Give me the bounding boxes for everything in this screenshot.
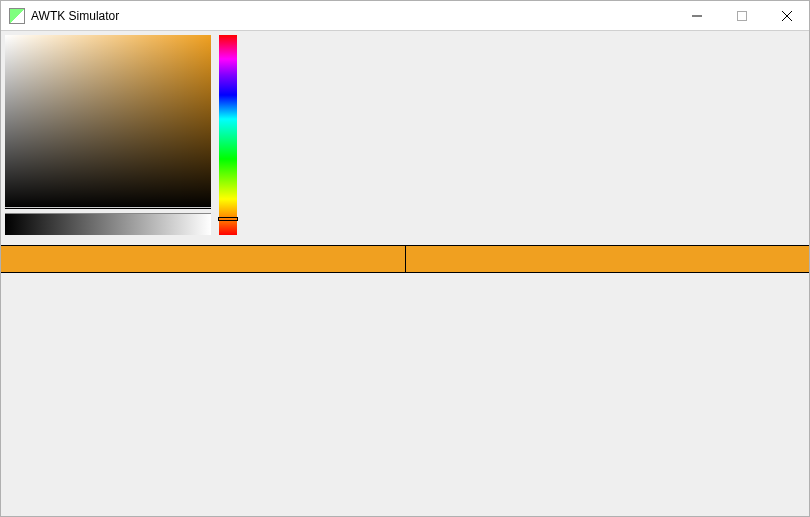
hue-marker[interactable] <box>218 217 238 221</box>
color-preview-left <box>1 246 406 272</box>
titlebar[interactable]: AWTK Simulator <box>1 1 809 31</box>
sv-marker[interactable] <box>5 207 211 208</box>
color-preview-row <box>1 245 809 273</box>
svg-rect-1 <box>737 11 746 20</box>
window-title: AWTK Simulator <box>31 9 119 23</box>
window-frame: AWTK Simulator <box>0 0 810 517</box>
hue-slider[interactable] <box>219 35 237 235</box>
app-icon <box>9 8 25 24</box>
saturation-value-picker[interactable] <box>5 35 211 209</box>
color-picker-panel <box>5 35 211 209</box>
color-preview-right <box>406 246 810 272</box>
grayscale-strip[interactable] <box>5 213 211 235</box>
minimize-button[interactable] <box>674 1 719 31</box>
blank-area <box>1 275 809 516</box>
close-button[interactable] <box>764 1 809 31</box>
maximize-button[interactable] <box>719 1 764 31</box>
client-area <box>1 31 809 516</box>
